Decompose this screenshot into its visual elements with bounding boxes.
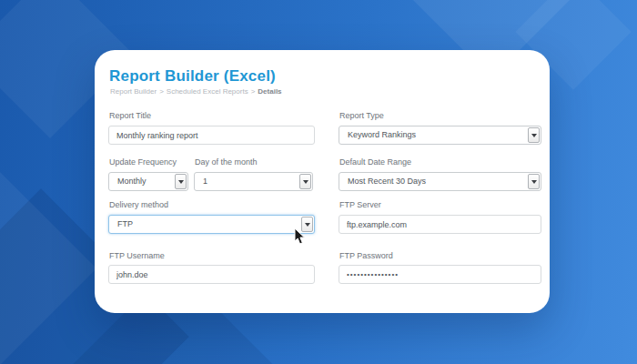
ftp-username-input[interactable]: [108, 265, 315, 284]
mouse-cursor-icon: [294, 228, 307, 246]
ftp-password-input[interactable]: [339, 265, 541, 284]
day-of-month-select[interactable]: 1: [194, 172, 313, 191]
day-of-month-value: 1: [203, 173, 207, 190]
report-type-value: Keyword Rankings: [348, 126, 416, 144]
breadcrumb-separator: >: [251, 87, 256, 96]
delivery-method-select[interactable]: FTP: [108, 215, 315, 234]
update-frequency-select[interactable]: Monthly: [108, 172, 188, 191]
breadcrumb-item-scheduled-excel-reports[interactable]: Scheduled Excel Reports: [167, 87, 248, 96]
default-date-range-select[interactable]: Most Recent 30 Days: [339, 172, 541, 191]
dropdown-arrow-icon[interactable]: [528, 127, 540, 143]
breadcrumb-item-report-builder[interactable]: Report Builder: [110, 87, 157, 96]
breadcrumb-separator: >: [159, 87, 164, 96]
report-title-label: Report Title: [109, 111, 151, 120]
day-of-month-label: Day of the month: [195, 157, 258, 167]
breadcrumb-item-details: Details: [258, 87, 281, 96]
ftp-username-label: FTP Username: [109, 251, 165, 260]
update-frequency-label: Update Frequency: [109, 157, 177, 167]
breadcrumb: Report Builder>Scheduled Excel Reports>D…: [110, 87, 282, 96]
update-frequency-value: Monthly: [117, 173, 147, 190]
dropdown-arrow-icon[interactable]: [175, 174, 187, 189]
ftp-server-input[interactable]: [339, 215, 541, 234]
default-date-range-value: Most Recent 30 Days: [348, 173, 426, 190]
ftp-password-label: FTP Password: [339, 251, 393, 260]
delivery-method-label: Delivery method: [109, 200, 168, 209]
dropdown-arrow-icon[interactable]: [528, 174, 540, 189]
report-title-input[interactable]: [108, 126, 315, 145]
report-type-select[interactable]: Keyword Rankings: [339, 126, 541, 145]
report-type-label: Report Type: [339, 111, 384, 120]
report-builder-card: Report Builder (Excel) Report Builder>Sc…: [95, 50, 550, 313]
delivery-method-value: FTP: [117, 216, 133, 233]
page-title: Report Builder (Excel): [109, 67, 276, 86]
dropdown-arrow-icon[interactable]: [299, 174, 311, 189]
default-date-range-label: Default Date Range: [339, 157, 411, 167]
ftp-server-label: FTP Server: [339, 200, 381, 209]
